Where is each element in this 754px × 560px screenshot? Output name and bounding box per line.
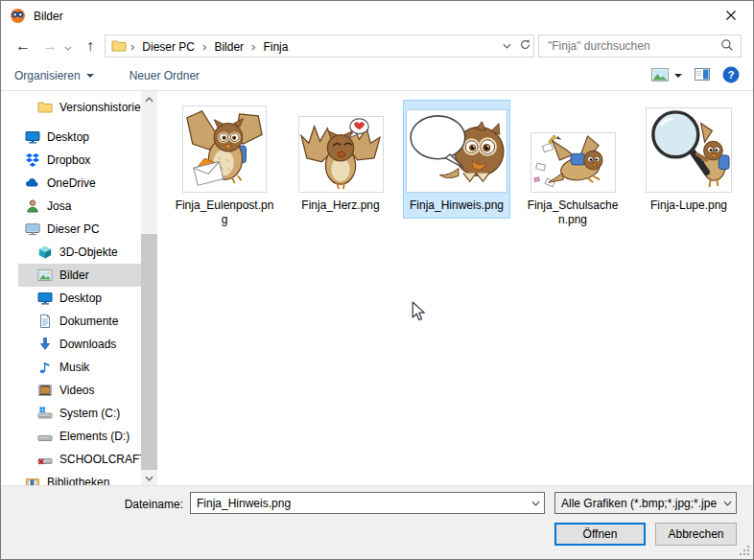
owl-mail-thumbnail [182, 105, 267, 193]
filename-input[interactable] [191, 497, 527, 510]
owl-app-icon [10, 8, 26, 24]
sidebar-item-dieser-pc[interactable]: Dieser PC [1, 218, 157, 241]
back-button[interactable]: ← [11, 35, 35, 58]
sidebar-item-onedrive[interactable]: OneDrive [1, 172, 157, 195]
file-item-finja-eulenpost-png[interactable]: Finja_Eulenpost.png [171, 100, 278, 233]
sidebar-item-bibliotheken[interactable]: Bibliotheken [1, 471, 157, 486]
search-input[interactable] [546, 38, 720, 54]
breadcrumb-item-finja[interactable]: Finja [259, 40, 292, 54]
scrollbar-thumb[interactable] [141, 234, 157, 470]
close-icon [726, 10, 736, 23]
filename-label: Dateiname: [1, 498, 183, 511]
window-title: Bilder [34, 10, 63, 23]
file-thumbnail-area [182, 104, 267, 193]
forward-button[interactable]: → [37, 35, 62, 58]
refresh-button[interactable] [516, 35, 534, 58]
view-thumbnails-button[interactable] [651, 68, 682, 84]
sidebar-item-desktop[interactable]: Desktop [1, 287, 157, 310]
filename-combobox [190, 492, 545, 514]
file-item-finja-herz-png[interactable]: Finja_Herz.png [287, 100, 394, 219]
file-list-pane: Finja_Eulenpost.pngFinja_Herz.pngFinja_H… [157, 91, 753, 486]
file-open-dialog: Bilder ← → ↑ ›Dieser PC›Bilder›Finja Org… [0, 0, 754, 560]
breadcrumb-separator-icon: › [247, 39, 259, 54]
owl-heart-thumbnail [298, 116, 384, 193]
sidebar-item-josa[interactable]: Josa [1, 195, 157, 218]
cancel-button[interactable]: Abbrechen [655, 523, 737, 546]
sidebar-item-label: Josa [47, 199, 71, 213]
preview-pane-button[interactable] [695, 68, 710, 83]
filetype-value: Alle Grafiken (*.bmp;*.jpg;*.jpe [555, 497, 719, 510]
dialog-body: VersionshistorieDesktopDropboxOneDriveJo… [1, 91, 753, 486]
open-button[interactable]: Öffnen [554, 523, 646, 546]
breadcrumb-item-dieser-pc[interactable]: Dieser PC [138, 40, 199, 54]
file-name-label: Finja_Schulsachen.png [523, 198, 623, 227]
breadcrumb-item-bilder[interactable]: Bilder [210, 40, 247, 54]
folder-icon [111, 38, 127, 54]
sidebar-item-bilder[interactable]: Bilder [1, 264, 157, 287]
sidebar-item-system-c[interactable]: System (C:) [1, 402, 157, 425]
breadcrumb-separator-icon: › [199, 39, 210, 54]
sidebar-item-dropbox[interactable]: Dropbox [1, 149, 157, 172]
up-arrow-icon: ↑ [86, 37, 94, 55]
file-item-finja-lupe-png[interactable]: Finja-Lupe.png [635, 100, 742, 219]
dialog-footer: Dateiname: Alle Grafiken (*.bmp;*.jpg;*.… [1, 485, 753, 559]
sidebar-item-videos[interactable]: Videos [1, 379, 157, 402]
file-item-finja-hinweis-png[interactable]: Finja_Hinweis.png [403, 100, 510, 219]
toolbar: Organisieren Neuer Ordner ? [1, 61, 753, 91]
new-folder-label: Neuer Ordner [130, 69, 200, 82]
picture-view-icon [651, 68, 669, 84]
filetype-combobox[interactable]: Alle Grafiken (*.bmp;*.jpg;*.jpe [554, 492, 737, 514]
search-box [538, 35, 742, 58]
sidebar-item-schoolcraft[interactable]: SCHOOLCRAFT [1, 448, 157, 471]
system-drive-icon [37, 406, 53, 421]
file-name-label: Finja-Lupe.png [639, 198, 739, 213]
owl-magnifier-thumbnail [646, 107, 732, 193]
file-thumbnail-area [406, 104, 507, 193]
download-icon [37, 337, 53, 352]
pictures-icon [37, 268, 53, 283]
dropbox-icon [25, 152, 40, 168]
sidebar-item-elements-d[interactable]: Elements (D:) [1, 425, 157, 448]
recent-locations-button[interactable] [60, 35, 76, 58]
folder-icon [37, 100, 53, 115]
organize-button[interactable]: Organisieren [14, 69, 94, 82]
sidebar-item-label: Bilder [59, 268, 89, 282]
filetype-dropdown-icon [719, 501, 736, 506]
help-button[interactable]: ? [722, 66, 740, 86]
filename-dropdown-icon[interactable] [527, 501, 544, 506]
breadcrumb: ›Dieser PC›Bilder›Finja [105, 35, 517, 58]
onedrive-icon [25, 175, 40, 191]
scroll-up-button[interactable] [141, 91, 157, 107]
sidebar-item-dokumente[interactable]: Dokumente [1, 310, 157, 333]
sidebar-item-label: Dieser PC [47, 222, 100, 236]
svg-text:?: ? [728, 69, 735, 81]
desktop-icon [25, 129, 40, 145]
refresh-icon [519, 38, 531, 54]
music-icon [37, 360, 53, 375]
sidebar-item-3d-objekte[interactable]: 3D-Objekte [1, 241, 157, 264]
sidebar-item-label: OneDrive [47, 176, 96, 190]
film-icon [37, 383, 53, 398]
sidebar-item-desktop[interactable]: Desktop [1, 126, 157, 149]
sidebar-tree: VersionshistorieDesktopDropboxOneDriveJo… [1, 91, 157, 486]
sidebar-item-label: Videos [59, 384, 94, 397]
sidebar-scrollbar [141, 91, 157, 486]
up-button[interactable]: ↑ [78, 35, 103, 58]
preview-pane-icon [695, 68, 710, 83]
chevron-down-icon [674, 74, 682, 78]
sidebar-item-versionshistorie[interactable]: Versionshistorie [1, 96, 157, 119]
close-button[interactable] [709, 1, 753, 31]
address-dropdown-icon[interactable] [497, 43, 516, 49]
resize-grip-icon[interactable] [739, 545, 750, 556]
file-item-finja-schulsachen-png[interactable]: Finja_Schulsachen.png [519, 100, 626, 233]
desktop-icon [37, 291, 53, 306]
sidebar-item-label: Dokumente [59, 315, 118, 328]
owl-school-supplies-thumbnail [530, 132, 616, 193]
new-folder-button[interactable]: Neuer Ordner [130, 69, 200, 82]
file-thumbnail-area [646, 104, 732, 193]
sidebar-item-label: SCHOOLCRAFT [59, 453, 147, 466]
sidebar-item-musik[interactable]: Musik [1, 356, 157, 379]
sidebar-item-downloads[interactable]: Downloads [1, 333, 157, 356]
network-drive-offline-icon [37, 452, 53, 467]
scroll-down-button[interactable] [141, 470, 157, 486]
